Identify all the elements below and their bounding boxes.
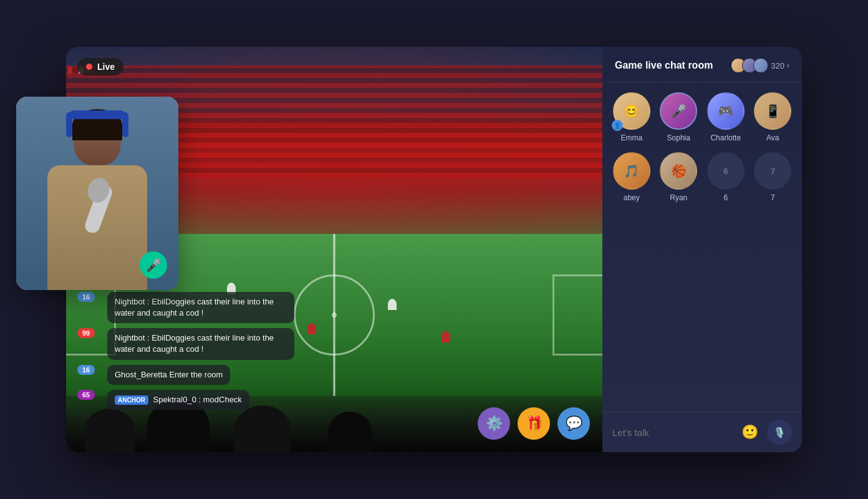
participants-grid: 😊 👤 Emma 🎤 Sophia 🎮 [611, 92, 793, 202]
participant-avatar-wrap-sophia: 🎤 [660, 92, 697, 130]
participant-7[interactable]: 7 7 [753, 152, 794, 202]
level-badge-3: 16 [77, 365, 95, 375]
chat-input[interactable] [612, 427, 732, 438]
participants-section: 😊 👤 Emma 🎤 Sophia 🎮 [602, 82, 802, 412]
mic-indicator[interactable]: 🎤 [140, 251, 167, 279]
participant-name-sophia: Sophia [667, 133, 690, 142]
message-badge-2: 99 [77, 328, 102, 338]
participant-name-emma: Emma [620, 133, 642, 142]
app-wrapper: 🎤 [66, 47, 802, 452]
emoji-button[interactable]: 🙂 [738, 421, 761, 443]
participant-name-6: 6 [723, 193, 728, 202]
participant-name-ryan: Ryan [670, 193, 687, 202]
stream-actions: ⚙️ 🎁 💬 [478, 407, 590, 440]
message-bubble-1: Nightbot : EbilDoggies cast their line i… [107, 292, 294, 323]
settings-button[interactable]: ⚙️ [478, 407, 510, 440]
chat-message-2: 99 Nightbot : EbilDoggies cast their lin… [77, 328, 314, 359]
participant-6[interactable]: 6 6 [705, 152, 746, 202]
message-text-1: Nightbot : EbilDoggies cast their line i… [115, 297, 274, 317]
participant-avatar-wrap-ryan: 🏀 [660, 152, 697, 190]
participant-charlotte[interactable]: 🎮 Charlotte [705, 92, 746, 142]
participant-avatar-ryan: 🏀 [660, 152, 697, 190]
participant-avatar-wrap-emma: 😊 👤 [613, 92, 650, 130]
participant-name-abey: abey [624, 193, 640, 202]
message-bubble-4: ANCHOR Spektral0_0 : modCheck [107, 390, 249, 410]
chat-message-4: 65 ANCHOR Spektral0_0 : modCheck [77, 390, 314, 410]
gift-button[interactable]: 🎁 [518, 407, 550, 440]
live-badge: Live [77, 58, 123, 75]
voice-mic-button[interactable]: 🎙️ [767, 420, 792, 445]
viewer-avatar-3 [753, 58, 768, 73]
participant-avatar-wrap-7: 7 [754, 152, 791, 190]
participant-name-ava: Ava [766, 133, 779, 142]
live-text: Live [97, 62, 115, 72]
participant-abey[interactable]: 🎵 abey [611, 152, 652, 202]
participant-name-7: 7 [771, 193, 775, 202]
participant-sophia[interactable]: 🎤 Sophia [658, 92, 700, 142]
participant-avatar-wrap-charlotte: 🎮 [707, 92, 745, 130]
message-text-3: Ghost_Beretta Enter the room [115, 370, 223, 379]
level-badge-2: 99 [77, 328, 95, 338]
participant-avatar-abey: 🎵 [613, 152, 650, 190]
message-badge-1: 16 [77, 292, 102, 302]
message-badge-3: 16 [77, 365, 102, 375]
viewer-avatars [731, 58, 768, 73]
participant-ryan[interactable]: 🏀 Ryan [658, 152, 700, 202]
chat-input-area: 🙂 🎙️ [602, 412, 802, 452]
participant-avatar-wrap-ava: 📱 [754, 92, 791, 130]
anchor-tag: ANCHOR [115, 395, 148, 405]
message-badge-4: 65 [77, 390, 102, 400]
participant-avatar-6: 6 [707, 152, 745, 190]
participant-name-charlotte: Charlotte [710, 133, 741, 142]
right-panel: Game live chat room 320 › 😊 👤 [602, 47, 802, 452]
participant-emma[interactable]: 😊 👤 Emma [611, 92, 652, 142]
message-text-4: Spektral0_0 : modCheck [153, 395, 242, 404]
chat-message-1: 16 Nightbot : EbilDoggies cast their lin… [77, 292, 314, 323]
message-bubble-3: Ghost_Beretta Enter the room [107, 365, 230, 385]
chat-overlay: 16 Nightbot : EbilDoggies cast their lin… [77, 292, 314, 415]
message-text-2: Nightbot : EbilDoggies cast their line i… [115, 333, 274, 354]
viewer-chevron: › [787, 61, 789, 70]
chat-message-3: 16 Ghost_Beretta Enter the room [77, 365, 314, 385]
participant-avatar-charlotte: 🎮 [707, 92, 745, 130]
participant-ava[interactable]: 📱 Ava [753, 92, 794, 142]
participant-avatar-wrap-6: 6 [707, 152, 745, 190]
chat-button[interactable]: 💬 [557, 407, 590, 440]
participant-avatar-wrap-abey: 🎵 [613, 152, 650, 190]
viewer-count: 320 [771, 61, 784, 70]
mic-slash-icon: 🎙️ [773, 427, 786, 438]
level-badge-4: 65 [77, 390, 95, 400]
mic-on-icon: 🎤 [146, 258, 162, 273]
message-bubble-2: Nightbot : EbilDoggies cast their line i… [107, 328, 294, 359]
streamer-card: 🎤 [16, 97, 178, 290]
participant-avatar-sophia: 🎤 [660, 92, 697, 130]
chat-room-header: Game live chat room 320 › [602, 47, 802, 82]
level-badge: 16 [77, 292, 95, 302]
user-online-icon-emma: 👤 [612, 120, 623, 131]
participant-avatar-ava: 📱 [754, 92, 791, 130]
chat-room-title: Game live chat room [615, 60, 725, 71]
viewer-group[interactable]: 320 › [731, 58, 789, 73]
live-indicator-dot [86, 64, 92, 70]
participant-avatar-7: 7 [754, 152, 791, 190]
